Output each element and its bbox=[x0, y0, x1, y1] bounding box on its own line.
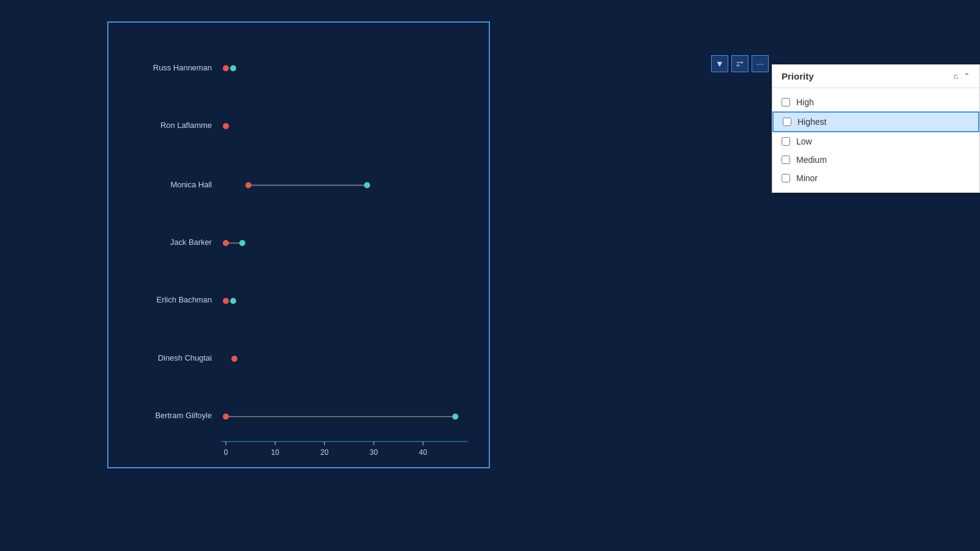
expand-icon: ⥂ bbox=[736, 59, 744, 69]
dot-monica-red bbox=[246, 182, 252, 189]
filter-header: Priority ⎌ ⌃ bbox=[772, 65, 979, 88]
dot-russ-red bbox=[223, 66, 229, 72]
y-label-bertram: Bertram Gilfoyle bbox=[155, 411, 211, 420]
dot-jack-red bbox=[223, 240, 229, 246]
filter-item-low[interactable]: Low bbox=[772, 132, 979, 151]
filter-panel: Priority ⎌ ⌃ High Highest Low bbox=[772, 64, 980, 193]
checkbox-minor[interactable] bbox=[782, 174, 790, 182]
checkbox-low[interactable] bbox=[782, 137, 790, 146]
y-label-jack: Jack Barker bbox=[170, 238, 213, 247]
filter-icon: ▼ bbox=[715, 59, 724, 69]
dot-monica-teal bbox=[364, 182, 370, 189]
x-tick-10: 10 bbox=[271, 448, 280, 457]
y-label-dinesh: Dinesh Chugtai bbox=[158, 353, 212, 362]
filter-items-list: High Highest Low Medium Minor bbox=[772, 88, 979, 192]
more-icon: ··· bbox=[756, 59, 764, 69]
x-tick-40: 40 bbox=[419, 448, 428, 457]
dot-russ-teal bbox=[230, 66, 236, 72]
dot-dinesh-red bbox=[232, 356, 238, 362]
dot-erlich-teal bbox=[230, 298, 236, 304]
dot-jack-teal bbox=[239, 240, 246, 246]
dot-erlich-red bbox=[223, 298, 229, 304]
undo-icon[interactable]: ⎌ bbox=[954, 72, 959, 81]
x-tick-20: 20 bbox=[320, 448, 329, 457]
label-medium: Medium bbox=[796, 155, 827, 165]
main-background: Russ Hanneman Ron Laflamme Monica Hall J… bbox=[0, 0, 980, 551]
y-label-ron: Ron Laflamme bbox=[160, 121, 212, 130]
filter-icon-button[interactable]: ▼ bbox=[711, 55, 728, 72]
label-minor: Minor bbox=[796, 173, 818, 183]
chart-svg: Russ Hanneman Ron Laflamme Monica Hall J… bbox=[108, 23, 489, 467]
dot-bertram-teal bbox=[452, 413, 458, 419]
toolbar: ▼ ⥂ ··· bbox=[711, 55, 769, 72]
x-tick-30: 30 bbox=[370, 448, 379, 457]
label-low: Low bbox=[796, 137, 812, 146]
filter-item-medium[interactable]: Medium bbox=[772, 151, 979, 169]
filter-item-high[interactable]: High bbox=[772, 93, 979, 111]
filter-item-minor[interactable]: Minor bbox=[772, 169, 979, 187]
filter-item-highest[interactable]: Highest bbox=[772, 111, 979, 132]
y-label-erlich: Erlich Bachman bbox=[157, 295, 212, 304]
expand-icon-button[interactable]: ⥂ bbox=[731, 55, 748, 72]
collapse-icon[interactable]: ⌃ bbox=[963, 72, 970, 81]
dot-bertram-red bbox=[223, 413, 229, 419]
y-label-monica: Monica Hall bbox=[171, 180, 212, 189]
chart-container: Russ Hanneman Ron Laflamme Monica Hall J… bbox=[107, 21, 490, 468]
more-icon-button[interactable]: ··· bbox=[752, 55, 769, 72]
filter-header-icons: ⎌ ⌃ bbox=[954, 72, 970, 81]
label-highest: Highest bbox=[797, 117, 826, 127]
y-label-russ: Russ Hanneman bbox=[153, 63, 212, 72]
label-high: High bbox=[796, 97, 814, 107]
x-tick-0: 0 bbox=[224, 448, 228, 457]
checkbox-highest[interactable] bbox=[783, 118, 791, 126]
dot-ron-red bbox=[223, 123, 229, 129]
checkbox-high[interactable] bbox=[782, 98, 790, 107]
checkbox-medium[interactable] bbox=[782, 156, 790, 164]
filter-title: Priority bbox=[782, 71, 814, 81]
